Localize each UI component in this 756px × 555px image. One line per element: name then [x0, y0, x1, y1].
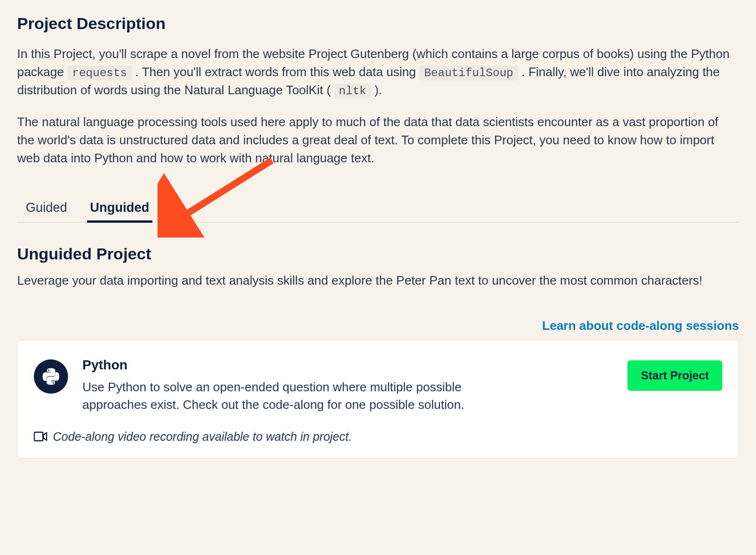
svg-line-1 — [172, 160, 272, 223]
para1-mid: . Then you'll extract words from this we… — [135, 65, 419, 79]
card-top-row: Python Use Python to solve an open-ended… — [34, 357, 722, 414]
learn-sessions-link[interactable]: Learn about code-along sessions — [542, 318, 739, 333]
link-row: Learn about code-along sessions — [17, 318, 739, 333]
footnote-text: Code-along video recording available to … — [53, 430, 352, 444]
svg-rect-2 — [34, 432, 43, 441]
python-icon — [34, 359, 68, 394]
code-chip-nltk: nltk — [334, 84, 371, 99]
unguided-title: Unguided Project — [17, 245, 739, 263]
card-footnote: Code-along video recording available to … — [34, 430, 722, 444]
card-language-title: Python — [82, 357, 613, 373]
tabs-container: Guided Unguided — [17, 196, 739, 223]
description-paragraph-1: In this Project, you'll scrape a novel f… — [17, 45, 739, 100]
project-card: Python Use Python to solve an open-ended… — [17, 340, 739, 458]
card-text-block: Python Use Python to solve an open-ended… — [82, 357, 613, 414]
tab-unguided[interactable]: Unguided — [87, 196, 152, 222]
section-title: Project Description — [17, 14, 739, 33]
description-paragraph-2: The natural language processing tools us… — [17, 113, 739, 167]
unguided-paragraph: Leverage your data importing and text an… — [17, 272, 739, 290]
card-language-desc: Use Python to solve an open-ended questi… — [82, 378, 473, 414]
para1-suffix: ). — [375, 83, 382, 97]
code-chip-beautifulsoup: BeautifulSoup — [419, 66, 518, 80]
video-icon — [34, 431, 47, 442]
code-chip-requests: requests — [68, 66, 132, 80]
tab-guided[interactable]: Guided — [23, 196, 70, 222]
arrow-annotation-icon — [158, 157, 291, 238]
start-project-button[interactable]: Start Project — [627, 360, 722, 391]
